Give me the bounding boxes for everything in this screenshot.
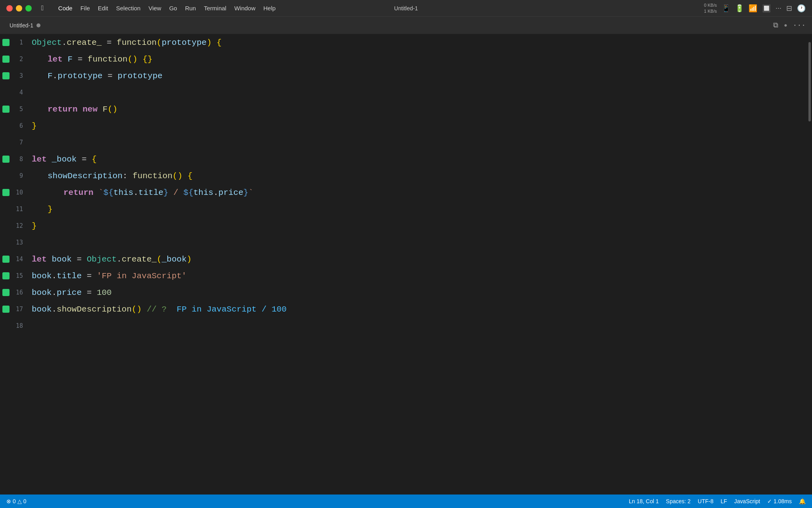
code-line-7	[32, 134, 807, 151]
line-number-14: 14	[12, 256, 23, 263]
maximize-button[interactable]	[25, 5, 32, 12]
breakpoint-15[interactable]	[2, 272, 10, 279]
code-line-4	[32, 84, 807, 101]
menubar:  Code File Edit Selection View Go Run T…	[0, 0, 812, 17]
remote-icon: ⊗	[6, 498, 11, 504]
code-line-14: let book = Object.create_(_book)	[32, 251, 807, 267]
line-number-18: 18	[12, 322, 23, 329]
menu-terminal[interactable]: Terminal	[204, 5, 226, 12]
gutter-line-8: 8	[0, 151, 24, 167]
menu-edit[interactable]: Edit	[98, 5, 108, 12]
code-editor[interactable]: Object.create_ = function(prototype) { l…	[24, 34, 807, 495]
status-eol[interactable]: LF	[720, 498, 727, 504]
tab-actions: ⧉ ● ···	[773, 21, 806, 29]
breakpoint-16[interactable]	[2, 289, 10, 296]
line-number-1: 1	[12, 39, 23, 46]
gutter-line-15: 15	[0, 267, 24, 284]
statusbar: ⊗ 0 △ 0 Ln 18, Col 1 Spaces: 2 UTF-8 LF …	[0, 495, 812, 508]
feedback-icon: 🔔	[799, 498, 806, 504]
line-number-13: 13	[12, 239, 23, 246]
dots-icon: ···	[776, 4, 781, 12]
gutter-line-9: 9	[0, 167, 24, 184]
code-line-1: Object.create_ = function(prototype) {	[32, 34, 807, 51]
menu-go[interactable]: Go	[169, 5, 177, 12]
editor: 1 2 3 4 5 6 7	[0, 34, 812, 495]
menu-selection[interactable]: Selection	[116, 5, 141, 12]
more-actions-icon[interactable]: ···	[793, 21, 806, 29]
vertical-scrollbar[interactable]	[807, 34, 812, 495]
breakpoint-2[interactable]	[2, 56, 10, 63]
gutter-line-2: 2	[0, 51, 24, 67]
code-line-2: let F = function() {}	[32, 51, 807, 67]
perf-label: ✓ 1.08ms	[767, 498, 792, 504]
menu-file[interactable]: File	[80, 5, 90, 12]
code-line-6: }	[32, 117, 807, 134]
gutter-line-6: 6	[0, 117, 24, 134]
split-editor-icon[interactable]: ⧉	[773, 21, 778, 29]
warning-count: 0	[23, 498, 27, 504]
unsaved-dot-icon: ●	[784, 22, 787, 29]
code-line-8: let _book = {	[32, 151, 807, 167]
code-line-18	[32, 318, 807, 334]
menu-view[interactable]: View	[148, 5, 161, 12]
close-button[interactable]	[6, 5, 13, 12]
breakpoint-17[interactable]	[2, 306, 10, 313]
status-feedback-icon[interactable]: 🔔	[799, 498, 806, 504]
menu-window[interactable]: Window	[234, 5, 255, 12]
status-encoding[interactable]: UTF-8	[698, 498, 714, 504]
scrollbar-thumb[interactable]	[808, 42, 811, 121]
gutter-line-18: 18	[0, 318, 24, 334]
traffic-lights	[6, 5, 32, 12]
line-number-6: 6	[12, 122, 23, 129]
status-remote-icon[interactable]: ⊗ 0 △ 0	[6, 498, 27, 504]
active-tab[interactable]: Untitled-1	[6, 22, 44, 29]
line-number-10: 10	[12, 189, 23, 196]
status-language[interactable]: JavaScript	[734, 498, 760, 504]
breakpoint-10[interactable]	[2, 189, 10, 196]
gutter-line-14: 14	[0, 251, 24, 267]
gutter-line-3: 3	[0, 67, 24, 84]
line-number-3: 3	[12, 72, 23, 79]
line-number-9: 9	[12, 172, 23, 179]
line-number-7: 7	[12, 139, 23, 146]
gutter-line-17: 17	[0, 301, 24, 318]
breakpoint-3[interactable]	[2, 72, 10, 79]
status-spaces[interactable]: Spaces: 2	[666, 498, 691, 504]
menu-run[interactable]: Run	[185, 5, 196, 12]
tab-filename: Untitled-1	[10, 22, 33, 29]
breakpoint-empty-9	[2, 172, 10, 179]
status-position[interactable]: Ln 18, Col 1	[629, 498, 659, 504]
status-left: ⊗ 0 △ 0	[6, 498, 27, 504]
code-line-15: book.title = 'FP in JavaScript'	[32, 267, 807, 284]
code-line-16: book.price = 100	[32, 284, 807, 301]
wifi-icon: 📶	[749, 4, 757, 13]
breakpoint-empty-12	[2, 222, 10, 229]
menu-help[interactable]: Help	[263, 5, 276, 12]
code-line-13	[32, 234, 807, 251]
airdrop-icon: 🔲	[762, 4, 771, 13]
clock-icon: 🕐	[797, 4, 806, 13]
controlcenter-icon: ⊟	[786, 4, 792, 13]
breakpoint-empty-18	[2, 322, 10, 329]
breakpoint-14[interactable]	[2, 256, 10, 263]
code-line-9: showDescription: function() {	[32, 167, 807, 184]
code-line-5: return new F()	[32, 101, 807, 117]
status-perf[interactable]: ✓ 1.08ms	[767, 498, 792, 504]
gutter-line-7: 7	[0, 134, 24, 151]
encoding-label: UTF-8	[698, 498, 714, 504]
menu-code[interactable]: Code	[58, 5, 73, 12]
breakpoint-1[interactable]	[2, 39, 10, 46]
gutter-line-1: 1	[0, 34, 24, 51]
code-line-11: }	[32, 201, 807, 217]
line-number-16: 16	[12, 289, 23, 296]
minimize-button[interactable]	[16, 5, 22, 12]
line-number-15: 15	[12, 272, 23, 279]
gutter-line-13: 13	[0, 234, 24, 251]
breakpoint-8[interactable]	[2, 156, 10, 163]
code-line-3: F.prototype = prototype	[32, 67, 807, 84]
cursor-position: Ln 18, Col 1	[629, 498, 659, 504]
gutter: 1 2 3 4 5 6 7	[0, 34, 24, 495]
breakpoint-5[interactable]	[2, 106, 10, 113]
unsaved-indicator	[36, 23, 40, 27]
gutter-line-11: 11	[0, 201, 24, 217]
